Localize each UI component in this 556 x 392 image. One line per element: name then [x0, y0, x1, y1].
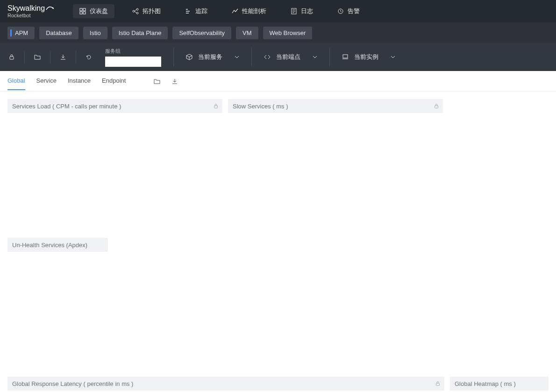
nav-label: 性能剖析 — [242, 7, 266, 15]
current-instance-label: 当前实例 — [354, 53, 378, 61]
card-title: Slow Services ( ms ) — [233, 103, 288, 110]
lock-icon — [213, 103, 219, 109]
card-title: Un-Health Services (Apdex) — [12, 242, 87, 249]
topology-icon — [132, 8, 139, 14]
svg-rect-11 — [343, 55, 348, 58]
lock-icon — [435, 381, 441, 386]
lock-icon[interactable] — [6, 51, 18, 63]
top-nav: Skywalking Rocketbot 仪表盘 拓扑图 追踪 性能剖析 日志 … — [0, 0, 556, 22]
scope-tabs: Global Service Instance Endpoint — [0, 71, 556, 92]
tab-database[interactable]: Database — [39, 27, 78, 39]
tab-web-browser[interactable]: Web Browser — [263, 27, 313, 39]
svg-rect-13 — [435, 106, 438, 108]
nav-logs[interactable]: 日志 — [284, 4, 320, 18]
current-service-selector[interactable]: 当前服务 — [186, 53, 239, 61]
nav-trace[interactable]: 追踪 — [178, 4, 214, 18]
lock-icon — [434, 103, 439, 109]
folder-icon[interactable] — [31, 51, 43, 63]
svg-point-7 — [136, 12, 138, 14]
svg-rect-1 — [80, 8, 82, 11]
tab-self-observability[interactable]: SelfObservability — [172, 27, 231, 39]
dashboard-icon — [79, 8, 86, 14]
nav-label: 拓扑图 — [143, 7, 161, 15]
selector-bar: 服务组 当前服务 当前端点 当前实例 — [0, 43, 556, 71]
service-group-selector: 服务组 — [105, 48, 161, 67]
svg-point-0 — [52, 7, 54, 9]
svg-rect-10 — [10, 57, 14, 59]
cards-grid: Services Load ( CPM - calls per minute )… — [0, 92, 556, 392]
svg-rect-12 — [214, 106, 218, 108]
card-global-response-latency: Global Response Latency ( percentile in … — [7, 377, 444, 392]
card-services-load: Services Load ( CPM - calls per minute ) — [7, 99, 222, 232]
card-unhealth-services: Un-Health Services (Apdex) — [7, 238, 108, 371]
profile-icon — [232, 8, 238, 14]
laptop-icon — [342, 54, 349, 60]
card-title: Services Load ( CPM - calls per minute ) — [12, 103, 121, 110]
card-title: Global Heatmap ( ms ) — [455, 380, 516, 387]
nav-alarm[interactable]: 告警 — [331, 4, 366, 18]
svg-rect-14 — [436, 383, 440, 385]
nav-label: 仪表盘 — [90, 7, 108, 15]
tab-apm[interactable]: APM — [7, 27, 35, 39]
nav-label: 日志 — [301, 7, 313, 15]
svg-rect-3 — [80, 12, 82, 14]
alarm-icon — [337, 8, 344, 14]
svg-point-6 — [136, 8, 138, 10]
cube-icon — [186, 54, 192, 60]
nav-profile[interactable]: 性能剖析 — [225, 4, 273, 18]
trace-icon — [185, 8, 192, 14]
scope-instance[interactable]: Instance — [68, 72, 91, 90]
brand-title: Skywalking — [7, 4, 45, 13]
service-group-label: 服务组 — [105, 48, 161, 55]
svg-rect-2 — [83, 8, 86, 11]
current-endpoint-selector[interactable]: 当前端点 — [264, 53, 317, 61]
current-service-label: 当前服务 — [198, 53, 222, 61]
nav-topology[interactable]: 拓扑图 — [126, 4, 167, 18]
nav-label: 追踪 — [195, 7, 207, 15]
nav-label: 告警 — [348, 7, 360, 15]
chevron-down-icon — [313, 55, 317, 59]
nav-dashboard[interactable]: 仪表盘 — [73, 4, 114, 18]
import-icon[interactable] — [171, 78, 178, 85]
service-group-input[interactable] — [105, 57, 161, 67]
brand-subtitle: Rocketbot — [7, 13, 54, 18]
card-global-heatmap: Global Heatmap ( ms ) 7:594-1518:0204-15… — [450, 377, 549, 392]
tab-vm[interactable]: VM — [236, 27, 258, 39]
tab-istio-data-plane[interactable]: Istio Data Plane — [112, 27, 168, 39]
refresh-icon[interactable] — [83, 51, 95, 63]
dashboard-tabs: APM Database Istio Istio Data Plane Self… — [0, 22, 556, 43]
chevron-down-icon — [235, 55, 239, 59]
card-title: Global Response Latency ( percentile in … — [12, 380, 133, 387]
chevron-down-icon — [391, 55, 395, 59]
current-instance-selector[interactable]: 当前实例 — [342, 53, 395, 61]
brand: Skywalking Rocketbot — [7, 4, 54, 18]
import-icon[interactable] — [57, 51, 69, 63]
scope-endpoint[interactable]: Endpoint — [102, 72, 126, 90]
card-slow-services: Slow Services ( ms ) — [228, 99, 443, 232]
folder-icon[interactable] — [154, 78, 160, 85]
tab-istio[interactable]: Istio — [83, 27, 107, 39]
scope-service[interactable]: Service — [36, 72, 57, 90]
svg-rect-4 — [83, 12, 86, 14]
svg-point-5 — [133, 10, 135, 12]
scope-global[interactable]: Global — [7, 72, 25, 90]
code-icon — [264, 54, 271, 60]
logs-icon — [291, 8, 297, 14]
current-endpoint-label: 当前端点 — [276, 53, 300, 61]
brand-swoosh-icon — [46, 5, 54, 12]
